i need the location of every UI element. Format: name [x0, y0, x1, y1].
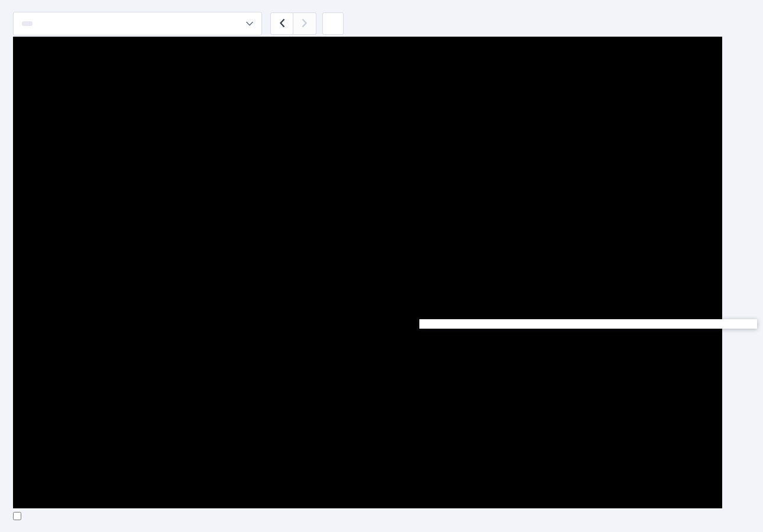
- time-range-selector[interactable]: [13, 12, 262, 35]
- footer: [13, 512, 24, 520]
- chevron-down-icon: [246, 21, 253, 26]
- show-span-boundaries-checkbox[interactable]: [13, 512, 21, 520]
- key-visualizer-canvas[interactable]: [13, 37, 722, 508]
- chevron-left-icon: [279, 18, 285, 30]
- next-time-button[interactable]: [293, 12, 316, 35]
- time-window-badge: [22, 21, 33, 26]
- now-button[interactable]: [322, 12, 344, 35]
- time-nav-group: [270, 12, 316, 35]
- toolbar: [0, 0, 763, 35]
- chevron-right-icon: [302, 18, 308, 30]
- prev-time-button[interactable]: [270, 12, 293, 35]
- span-tooltip: [419, 319, 757, 329]
